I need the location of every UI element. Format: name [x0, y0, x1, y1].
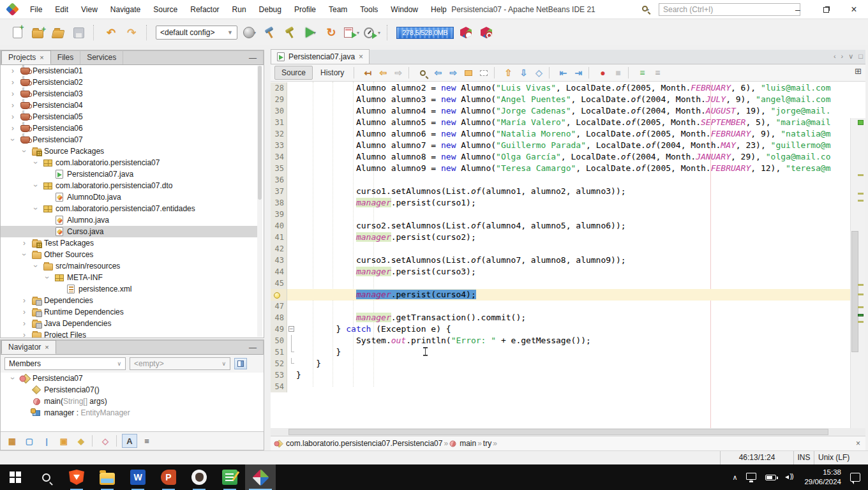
- tab-list-icon[interactable]: ∨: [848, 52, 853, 61]
- project-tree-item[interactable]: ›Other Sources: [1, 249, 257, 260]
- chevron-closed-icon[interactable]: ›: [19, 330, 30, 338]
- menu-refactor[interactable]: Refactor: [184, 3, 225, 17]
- chevron-closed-icon[interactable]: ›: [7, 89, 19, 98]
- code-line-31[interactable]: 31 Alumno alumno5 = new Alumno("María Va…: [271, 117, 850, 128]
- project-tree-item[interactable]: ›com.laboratorio.persistencia07.dto: [1, 180, 257, 191]
- navigator-view-select[interactable]: Members∨: [4, 357, 126, 370]
- close-button[interactable]: ×: [840, 0, 868, 19]
- profiler-clock-button[interactable]: [458, 24, 474, 41]
- editor-scrollbar-rail[interactable]: [850, 118, 865, 428]
- code-line-38[interactable]: 38 manager.persist(curso1);: [271, 197, 850, 209]
- start-button[interactable]: [0, 464, 31, 490]
- occurrence-mark[interactable]: [858, 284, 864, 286]
- project-tree-item[interactable]: Alumno.java: [1, 214, 257, 226]
- menu-view[interactable]: View: [75, 3, 103, 17]
- project-tree-item[interactable]: ›src/main/resources: [1, 260, 257, 272]
- menu-tools[interactable]: Tools: [354, 3, 384, 17]
- menu-team[interactable]: Team: [323, 3, 353, 17]
- find-previous-button[interactable]: ⇦: [431, 66, 445, 80]
- project-tree-item[interactable]: ›Test Packages: [1, 237, 257, 249]
- breadcrumb-item[interactable]: main: [449, 439, 476, 448]
- code-line-30[interactable]: 30 Alumno alumno4 = new Alumno("Jorge Ca…: [271, 105, 850, 117]
- show-non-public-button[interactable]: ▣: [56, 434, 71, 448]
- code-line-50[interactable]: 50 System.out.println("Error: " + e.getM…: [271, 335, 850, 346]
- find-next-button[interactable]: ⇨: [446, 66, 460, 80]
- last-edit-location-button[interactable]: ↤: [361, 66, 375, 80]
- scroll-tabs-left-icon[interactable]: ‹: [834, 52, 836, 61]
- fold-collapse-icon[interactable]: –: [288, 326, 294, 332]
- navigator-item[interactable]: ›Persistencia07: [1, 373, 264, 384]
- navigator-columns-button[interactable]: [234, 358, 247, 369]
- editor-hscrollbar-thumb[interactable]: [288, 429, 828, 435]
- tab-persistencia07-java[interactable]: Persistencia07.java ×: [271, 49, 370, 64]
- code-line-46[interactable]: manager.persist(curso4);: [271, 289, 850, 301]
- chevron-closed-icon[interactable]: ›: [7, 124, 19, 133]
- occurrence-mark[interactable]: [858, 174, 864, 176]
- next-bookmark-button[interactable]: ⇩: [516, 66, 530, 80]
- chevron-open-icon[interactable]: ›: [31, 203, 40, 214]
- code-line-45[interactable]: 45: [271, 278, 850, 289]
- chevron-open-icon[interactable]: ›: [8, 373, 17, 384]
- chevron-open-icon[interactable]: ›: [31, 260, 40, 272]
- projects-scrollbar[interactable]: [257, 66, 262, 337]
- code-line-29[interactable]: 29 Alumno alumno3 = new Alumno("Angel Pu…: [271, 94, 850, 105]
- project-tree-item[interactable]: ›com.laboratorio.persistencia07.entidade…: [1, 203, 257, 214]
- breadcrumb-close-icon[interactable]: ×: [856, 439, 860, 448]
- project-tree-item[interactable]: ›Runtime Dependencies: [1, 306, 257, 318]
- profiler-stop-button[interactable]: [478, 24, 495, 41]
- show-bar-button[interactable]: |: [39, 434, 54, 448]
- occurrence-mark[interactable]: [858, 321, 864, 323]
- navigator-item[interactable]: Persistencia07(): [1, 384, 264, 396]
- menu-profile[interactable]: Profile: [288, 3, 322, 17]
- tab-files[interactable]: Files: [51, 50, 80, 64]
- chevron-open-icon[interactable]: ›: [20, 249, 29, 260]
- chevron-open-icon[interactable]: ›: [20, 145, 29, 157]
- tab-services[interactable]: Services: [80, 50, 123, 64]
- code-line-32[interactable]: 32 Alumno alumno6 = new Alumno("Natalia …: [271, 128, 850, 140]
- project-tree-item[interactable]: ›Persistencia01: [1, 65, 257, 77]
- build-project-button[interactable]: [262, 24, 278, 41]
- code-line-34[interactable]: 34 Alumno alumno8 = new Alumno("Olga Gar…: [271, 151, 850, 163]
- chevron-closed-icon[interactable]: ›: [7, 66, 19, 75]
- chevron-closed-icon[interactable]: ›: [7, 78, 19, 87]
- project-tree-item[interactable]: persistence.xml: [1, 283, 257, 295]
- code-line-28[interactable]: 28 Alumno alumno2 = new Alumno("Luis Viv…: [271, 82, 850, 94]
- save-all-button[interactable]: [70, 24, 87, 41]
- taskbar-notes-app[interactable]: [214, 464, 245, 490]
- project-tree-item[interactable]: ›Java Dependencies: [1, 318, 257, 329]
- menu-source[interactable]: Source: [147, 3, 183, 17]
- chevron-closed-icon[interactable]: ›: [19, 319, 30, 328]
- chevron-open-icon[interactable]: ›: [8, 134, 17, 145]
- project-tree-item[interactable]: Curso.java: [1, 226, 257, 237]
- scroll-tabs-right-icon[interactable]: ›: [841, 52, 844, 61]
- quick-search-input[interactable]: Search (Ctrl+I): [659, 3, 800, 16]
- code-line-35[interactable]: 35 Alumno alumno9 = new Alumno("Teresa C…: [271, 163, 850, 174]
- tab-close-icon[interactable]: ×: [359, 52, 363, 61]
- comment-button[interactable]: ≡: [635, 66, 649, 80]
- navigator-item[interactable]: manager : EntityManager: [1, 407, 264, 419]
- run-project-button[interactable]: ▾: [303, 24, 319, 41]
- sort-by-source-button[interactable]: ≡: [139, 434, 154, 448]
- project-tree-item[interactable]: ›com.laboratorio.persistencia07: [1, 157, 257, 168]
- code-line-40[interactable]: 40 curso2.setAlumnos(List.of(alumno4, al…: [271, 220, 850, 232]
- project-tree-item[interactable]: ›Source Packages: [1, 145, 257, 157]
- search-icon[interactable]: ▾: [642, 4, 657, 15]
- code-line-41[interactable]: 41 manager.persist(curso2);: [271, 232, 850, 243]
- project-tree-item[interactable]: ›Persistencia05: [1, 111, 257, 122]
- project-tree-item[interactable]: ›Persistencia02: [1, 77, 257, 88]
- shift-right-button[interactable]: ⇥: [571, 66, 585, 80]
- projects-minimize-button[interactable]: —: [249, 54, 257, 63]
- code-line-51[interactable]: 51 }: [271, 346, 850, 358]
- tab-navigator[interactable]: Navigator×: [1, 340, 56, 354]
- action-center-icon[interactable]: [850, 473, 860, 482]
- projects-close-icon[interactable]: ×: [40, 54, 43, 61]
- find-selection-button[interactable]: [415, 66, 430, 80]
- project-tree-item[interactable]: ›Project Files: [1, 329, 257, 338]
- code-line-33[interactable]: 33 Alumno alumno7 = new Alumno("Guillerm…: [271, 140, 850, 151]
- code-line-37[interactable]: 37 curso1.setAlumnos(List.of(alumno1, al…: [271, 186, 850, 197]
- code-area[interactable]: 28 Alumno alumno2 = new Alumno("Luis Viv…: [271, 82, 865, 428]
- taskbar-dbeaver[interactable]: [184, 464, 214, 490]
- chevron-open-icon[interactable]: ›: [43, 272, 52, 283]
- navigator-item[interactable]: main(String[] args): [1, 396, 264, 407]
- taskbar-netbeans[interactable]: [245, 464, 276, 490]
